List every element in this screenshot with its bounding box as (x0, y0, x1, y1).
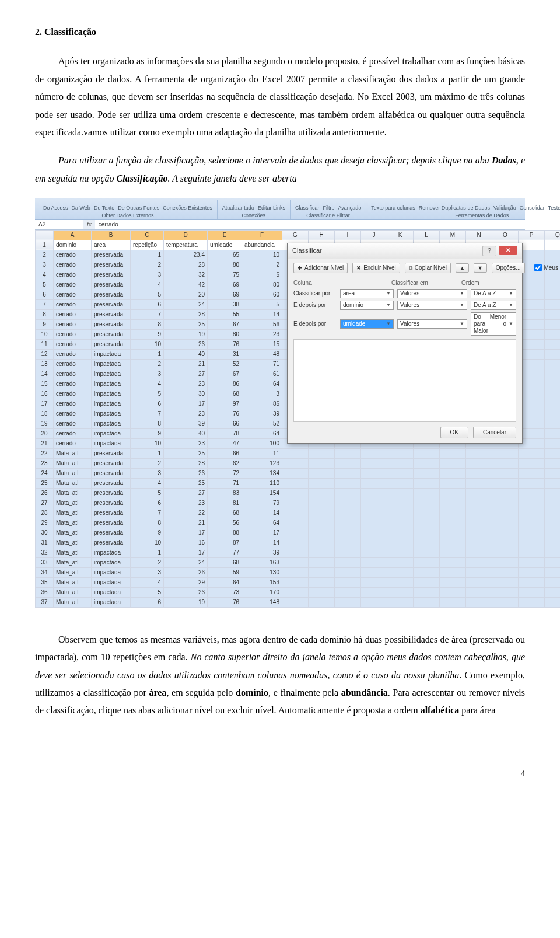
cell[interactable] (519, 538, 545, 548)
cell[interactable] (545, 498, 561, 508)
cell[interactable]: 76 (208, 409, 242, 419)
cell[interactable]: 19 (164, 597, 208, 607)
cell[interactable] (414, 458, 440, 468)
cell[interactable] (440, 548, 466, 557)
cell[interactable]: preservada (92, 329, 131, 339)
cell[interactable]: Mata_atl (54, 587, 92, 597)
column-header[interactable]: O (492, 230, 519, 240)
cell[interactable] (282, 518, 309, 528)
cell[interactable] (492, 528, 519, 538)
cell[interactable] (282, 488, 309, 498)
cell[interactable] (309, 528, 335, 538)
cell[interactable] (440, 538, 466, 548)
cell[interactable]: cerrado (54, 359, 92, 369)
cell[interactable]: preservada (92, 468, 131, 478)
cell[interactable] (440, 488, 466, 498)
headers-checkbox-input[interactable] (534, 264, 542, 271)
move-up-button[interactable]: ▲ (456, 263, 469, 273)
cell[interactable] (414, 587, 440, 597)
cell[interactable]: 88 (208, 528, 242, 538)
cell[interactable] (309, 498, 335, 508)
cell[interactable]: cerrado (54, 379, 92, 389)
cell[interactable]: 52 (242, 419, 282, 428)
cell[interactable]: impactada (92, 597, 131, 607)
cell[interactable]: 75 (208, 270, 242, 280)
cell[interactable]: 64 (242, 428, 282, 438)
cell[interactable]: 64 (208, 577, 242, 587)
cell[interactable] (282, 528, 309, 538)
cell[interactable] (387, 478, 414, 488)
cell[interactable]: 11 (242, 448, 282, 458)
cell[interactable]: Mata_atl (54, 567, 92, 577)
column-header[interactable]: K (387, 230, 414, 240)
cell[interactable]: 40 (164, 428, 208, 438)
cell[interactable]: cerrado (54, 339, 92, 349)
cell[interactable]: preservada (92, 299, 131, 309)
cell[interactable]: 64 (242, 379, 282, 389)
row-header[interactable]: 9 (36, 319, 54, 329)
row-header[interactable]: 32 (36, 548, 54, 557)
cell[interactable]: 86 (242, 399, 282, 409)
cell[interactable]: 97 (208, 399, 242, 409)
cell[interactable]: 66 (208, 419, 242, 428)
row-header[interactable]: 18 (36, 409, 54, 419)
cell[interactable] (282, 567, 309, 577)
cell[interactable]: 9 (131, 528, 164, 538)
cell[interactable] (414, 448, 440, 458)
cell[interactable]: 4 (131, 478, 164, 488)
cell[interactable] (492, 458, 519, 468)
table-row[interactable]: 34Mata_atlimpactada32659130 (36, 567, 561, 577)
cell[interactable] (387, 587, 414, 597)
sort-col-select-3[interactable]: umidade▼ (340, 319, 394, 329)
sort-on-select-2[interactable]: Valores▼ (397, 301, 467, 310)
row-header[interactable]: 15 (36, 379, 54, 389)
cell[interactable]: 10 (131, 339, 164, 349)
cell[interactable]: 8 (131, 419, 164, 428)
cell[interactable] (335, 577, 361, 587)
cell[interactable] (519, 518, 545, 528)
cell[interactable] (361, 538, 387, 548)
cell[interactable]: 65 (208, 250, 242, 260)
cell[interactable]: 4 (131, 577, 164, 587)
cell[interactable]: 4 (131, 280, 164, 290)
column-header[interactable]: Q (545, 230, 561, 240)
cell[interactable] (519, 458, 545, 468)
table-row[interactable]: 28Mata_atlpreservada7226814 (36, 508, 561, 518)
row-header[interactable]: 19 (36, 419, 54, 428)
cell[interactable] (492, 508, 519, 518)
cell[interactable]: 14 (242, 508, 282, 518)
row-header[interactable]: 23 (36, 458, 54, 468)
cell[interactable]: Mata_atl (54, 448, 92, 458)
ribbon-button[interactable]: Do Access (43, 205, 68, 211)
cell[interactable] (545, 319, 561, 329)
cell[interactable]: 64 (242, 518, 282, 528)
cell[interactable]: 17 (242, 528, 282, 538)
cell[interactable] (387, 577, 414, 587)
cell[interactable]: umidade (208, 240, 242, 250)
table-row[interactable]: 24Mata_atlpreservada32672134 (36, 468, 561, 478)
cell[interactable] (545, 240, 561, 250)
row-header[interactable]: 7 (36, 299, 54, 309)
table-row[interactable]: 27Mata_atlpreservada6238179 (36, 498, 561, 508)
cell[interactable] (440, 567, 466, 577)
ribbon-button[interactable]: Texto para colunas (371, 205, 415, 211)
row-header[interactable]: 36 (36, 587, 54, 597)
cell[interactable] (414, 528, 440, 538)
cell[interactable] (282, 508, 309, 518)
cell[interactable]: 68 (208, 557, 242, 567)
cell[interactable] (519, 577, 545, 587)
cell[interactable]: 80 (208, 329, 242, 339)
cell[interactable] (545, 399, 561, 409)
cell[interactable] (440, 577, 466, 587)
cell[interactable]: 26 (164, 567, 208, 577)
cell[interactable] (545, 428, 561, 438)
cell[interactable] (335, 567, 361, 577)
cell[interactable]: preservada (92, 280, 131, 290)
cell[interactable] (335, 587, 361, 597)
cell[interactable] (440, 518, 466, 528)
cell[interactable]: repetição (131, 240, 164, 250)
cell[interactable]: 5 (242, 299, 282, 309)
cell[interactable]: 1 (131, 448, 164, 458)
cell[interactable]: 59 (208, 567, 242, 577)
ribbon-button[interactable]: Editar Links (258, 205, 285, 211)
